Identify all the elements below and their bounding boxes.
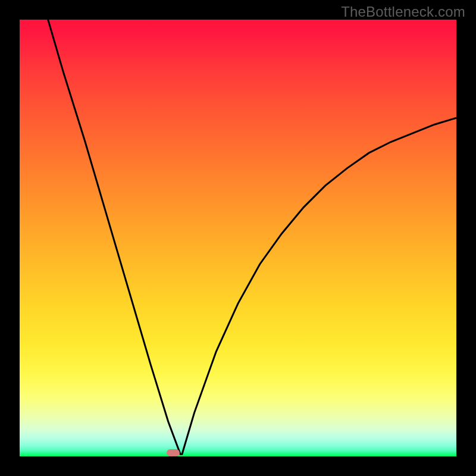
plot-area — [20, 20, 456, 456]
optimal-marker — [167, 449, 180, 456]
watermark-text: TheBottleneck.com — [341, 4, 465, 20]
chart-frame: TheBottleneck.com — [0, 0, 476, 476]
